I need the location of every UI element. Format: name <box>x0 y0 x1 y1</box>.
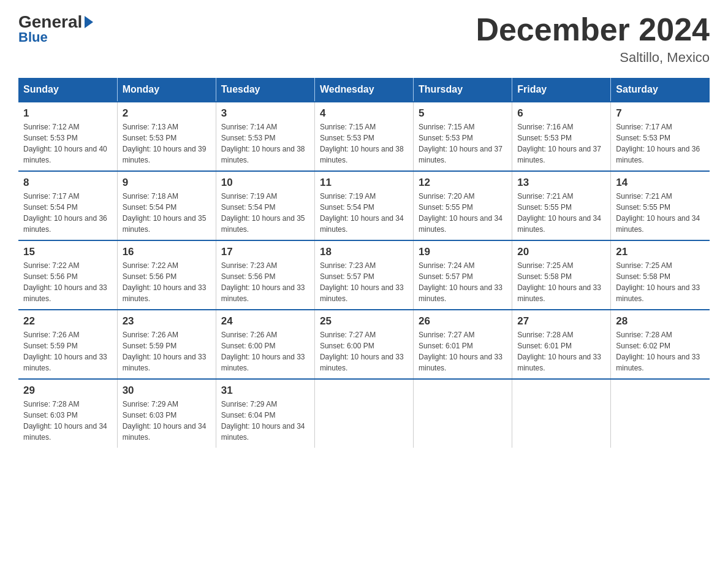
day-number: 6 <box>517 107 605 120</box>
day-number: 7 <box>616 107 705 120</box>
day-number: 10 <box>221 177 309 189</box>
calendar-cell: 13 Sunrise: 7:21 AM Sunset: 5:55 PM Dayl… <box>512 171 611 240</box>
day-number: 23 <box>123 315 211 327</box>
calendar-cell: 10 Sunrise: 7:19 AM Sunset: 5:54 PM Dayl… <box>216 171 314 240</box>
day-info: Sunrise: 7:28 AM Sunset: 6:02 PM Dayligh… <box>616 329 705 373</box>
day-info: Sunrise: 7:23 AM Sunset: 5:56 PM Dayligh… <box>221 260 309 304</box>
day-number: 16 <box>123 246 211 258</box>
day-number: 12 <box>419 177 507 189</box>
calendar-cell: 26 Sunrise: 7:27 AM Sunset: 6:01 PM Dayl… <box>414 310 512 379</box>
calendar-cell: 2 Sunrise: 7:13 AM Sunset: 5:53 PM Dayli… <box>117 102 216 171</box>
day-info: Sunrise: 7:15 AM Sunset: 5:53 PM Dayligh… <box>320 121 408 166</box>
day-info: Sunrise: 7:17 AM Sunset: 5:53 PM Dayligh… <box>616 121 705 166</box>
calendar-body: 1 Sunrise: 7:12 AM Sunset: 5:53 PM Dayli… <box>18 102 710 448</box>
header-monday: Monday <box>117 78 216 102</box>
calendar-cell: 8 Sunrise: 7:17 AM Sunset: 5:54 PM Dayli… <box>18 171 117 240</box>
day-info: Sunrise: 7:13 AM Sunset: 5:53 PM Dayligh… <box>123 121 211 166</box>
location-title: Saltillo, Mexico <box>476 50 710 66</box>
calendar-cell: 5 Sunrise: 7:15 AM Sunset: 5:53 PM Dayli… <box>414 102 512 171</box>
day-number: 25 <box>320 315 408 327</box>
day-number: 28 <box>616 315 705 327</box>
calendar-cell <box>314 379 413 448</box>
day-number: 2 <box>123 107 211 120</box>
calendar-cell: 30 Sunrise: 7:29 AM Sunset: 6:03 PM Dayl… <box>117 379 216 448</box>
weekday-header-row: Sunday Monday Tuesday Wednesday Thursday… <box>18 78 710 102</box>
calendar-cell: 25 Sunrise: 7:27 AM Sunset: 6:00 PM Dayl… <box>314 310 413 379</box>
logo: General Blue <box>18 12 93 45</box>
month-title: December 2024 <box>476 12 710 47</box>
calendar-cell: 17 Sunrise: 7:23 AM Sunset: 5:56 PM Dayl… <box>216 240 314 310</box>
calendar-cell: 19 Sunrise: 7:24 AM Sunset: 5:57 PM Dayl… <box>414 240 512 310</box>
calendar-cell <box>611 379 710 448</box>
calendar-cell: 28 Sunrise: 7:28 AM Sunset: 6:02 PM Dayl… <box>611 310 710 379</box>
day-info: Sunrise: 7:21 AM Sunset: 5:55 PM Dayligh… <box>517 191 605 235</box>
day-info: Sunrise: 7:17 AM Sunset: 5:54 PM Dayligh… <box>23 191 112 235</box>
calendar-cell <box>414 379 512 448</box>
day-number: 13 <box>517 177 605 189</box>
day-info: Sunrise: 7:25 AM Sunset: 5:58 PM Dayligh… <box>517 260 605 304</box>
day-info: Sunrise: 7:24 AM Sunset: 5:57 PM Dayligh… <box>419 260 507 304</box>
header-saturday: Saturday <box>611 78 710 102</box>
calendar-week-row: 29 Sunrise: 7:28 AM Sunset: 6:03 PM Dayl… <box>18 379 710 448</box>
day-number: 26 <box>419 315 507 327</box>
day-number: 29 <box>23 385 112 397</box>
day-info: Sunrise: 7:23 AM Sunset: 5:57 PM Dayligh… <box>320 260 408 304</box>
calendar-cell: 31 Sunrise: 7:29 AM Sunset: 6:04 PM Dayl… <box>216 379 314 448</box>
calendar-week-row: 1 Sunrise: 7:12 AM Sunset: 5:53 PM Dayli… <box>18 102 710 171</box>
day-number: 15 <box>23 246 112 258</box>
day-number: 27 <box>517 315 605 327</box>
page-container: General Blue December 2024 Saltillo, Mex… <box>0 0 728 460</box>
day-info: Sunrise: 7:18 AM Sunset: 5:54 PM Dayligh… <box>123 191 211 235</box>
day-info: Sunrise: 7:19 AM Sunset: 5:54 PM Dayligh… <box>320 191 408 235</box>
day-number: 30 <box>123 385 211 397</box>
calendar-cell: 1 Sunrise: 7:12 AM Sunset: 5:53 PM Dayli… <box>18 102 117 171</box>
calendar-week-row: 8 Sunrise: 7:17 AM Sunset: 5:54 PM Dayli… <box>18 171 710 240</box>
day-info: Sunrise: 7:22 AM Sunset: 5:56 PM Dayligh… <box>123 260 211 304</box>
day-info: Sunrise: 7:22 AM Sunset: 5:56 PM Dayligh… <box>23 260 112 304</box>
calendar-cell: 23 Sunrise: 7:26 AM Sunset: 5:59 PM Dayl… <box>117 310 216 379</box>
day-number: 4 <box>320 107 408 120</box>
calendar-cell: 11 Sunrise: 7:19 AM Sunset: 5:54 PM Dayl… <box>314 171 413 240</box>
calendar-cell: 7 Sunrise: 7:17 AM Sunset: 5:53 PM Dayli… <box>611 102 710 171</box>
header-right: December 2024 Saltillo, Mexico <box>476 12 710 66</box>
day-info: Sunrise: 7:29 AM Sunset: 6:04 PM Dayligh… <box>221 399 309 443</box>
header-wednesday: Wednesday <box>314 78 413 102</box>
header-thursday: Thursday <box>414 78 512 102</box>
day-number: 5 <box>419 107 507 120</box>
header-sunday: Sunday <box>18 78 117 102</box>
header-friday: Friday <box>512 78 611 102</box>
day-info: Sunrise: 7:14 AM Sunset: 5:53 PM Dayligh… <box>221 121 309 166</box>
day-number: 3 <box>221 107 309 120</box>
header-tuesday: Tuesday <box>216 78 314 102</box>
logo-arrow-icon <box>85 16 93 28</box>
day-info: Sunrise: 7:26 AM Sunset: 5:59 PM Dayligh… <box>123 329 211 373</box>
calendar-cell: 3 Sunrise: 7:14 AM Sunset: 5:53 PM Dayli… <box>216 102 314 171</box>
day-info: Sunrise: 7:27 AM Sunset: 6:01 PM Dayligh… <box>419 329 507 373</box>
day-number: 22 <box>23 315 112 327</box>
calendar-cell: 18 Sunrise: 7:23 AM Sunset: 5:57 PM Dayl… <box>314 240 413 310</box>
calendar-cell: 29 Sunrise: 7:28 AM Sunset: 6:03 PM Dayl… <box>18 379 117 448</box>
calendar-cell: 16 Sunrise: 7:22 AM Sunset: 5:56 PM Dayl… <box>117 240 216 310</box>
calendar-cell <box>512 379 611 448</box>
day-number: 31 <box>221 385 309 397</box>
calendar-cell: 15 Sunrise: 7:22 AM Sunset: 5:56 PM Dayl… <box>18 240 117 310</box>
day-info: Sunrise: 7:15 AM Sunset: 5:53 PM Dayligh… <box>419 121 507 166</box>
calendar-cell: 4 Sunrise: 7:15 AM Sunset: 5:53 PM Dayli… <box>314 102 413 171</box>
header: General Blue December 2024 Saltillo, Mex… <box>18 12 710 66</box>
day-info: Sunrise: 7:20 AM Sunset: 5:55 PM Dayligh… <box>419 191 507 235</box>
day-info: Sunrise: 7:29 AM Sunset: 6:03 PM Dayligh… <box>123 399 211 443</box>
day-info: Sunrise: 7:16 AM Sunset: 5:53 PM Dayligh… <box>517 121 605 166</box>
calendar-cell: 22 Sunrise: 7:26 AM Sunset: 5:59 PM Dayl… <box>18 310 117 379</box>
day-number: 9 <box>123 177 211 189</box>
calendar-cell: 21 Sunrise: 7:25 AM Sunset: 5:58 PM Dayl… <box>611 240 710 310</box>
day-info: Sunrise: 7:28 AM Sunset: 6:01 PM Dayligh… <box>517 329 605 373</box>
day-info: Sunrise: 7:26 AM Sunset: 5:59 PM Dayligh… <box>23 329 112 373</box>
day-number: 18 <box>320 246 408 258</box>
day-number: 11 <box>320 177 408 189</box>
day-number: 20 <box>517 246 605 258</box>
day-number: 17 <box>221 246 309 258</box>
calendar-cell: 6 Sunrise: 7:16 AM Sunset: 5:53 PM Dayli… <box>512 102 611 171</box>
calendar-cell: 20 Sunrise: 7:25 AM Sunset: 5:58 PM Dayl… <box>512 240 611 310</box>
day-info: Sunrise: 7:21 AM Sunset: 5:55 PM Dayligh… <box>616 191 705 235</box>
day-info: Sunrise: 7:12 AM Sunset: 5:53 PM Dayligh… <box>23 121 112 166</box>
